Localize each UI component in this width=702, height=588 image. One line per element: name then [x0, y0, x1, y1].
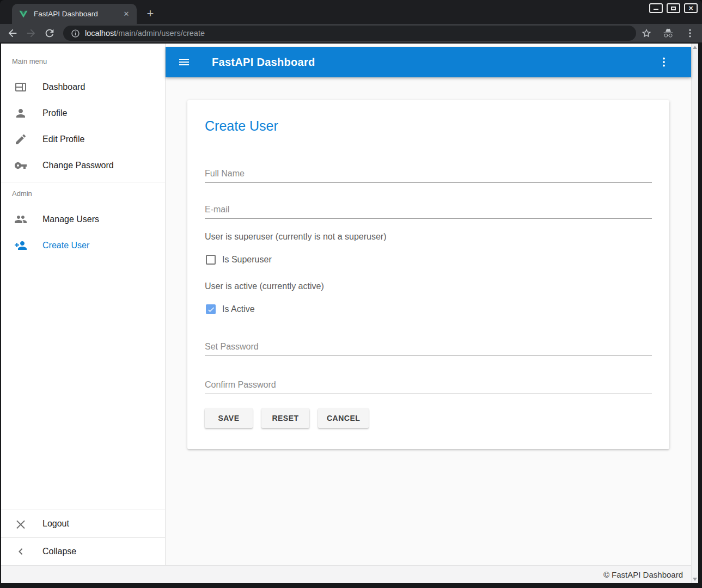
browser-menu-kebab-icon[interactable]: [685, 28, 695, 39]
sidebar: Main menu Dashboard Profile: [1, 44, 166, 565]
superuser-hint: User is superuser (currently is not a su…: [205, 232, 652, 242]
is-active-checkbox-row[interactable]: Is Active: [205, 304, 652, 314]
sidebar-header-admin: Admin: [1, 182, 165, 204]
is-active-checkbox[interactable]: [206, 304, 216, 314]
address-bar[interactable]: localhost/main/admin/users/create: [63, 26, 636, 41]
toolbar-right: [641, 28, 695, 39]
email-input[interactable]: [205, 205, 652, 219]
cancel-button[interactable]: CANCEL: [318, 408, 369, 428]
tab-close-icon[interactable]: ✕: [121, 9, 131, 19]
window-close-icon: ✕: [688, 5, 693, 11]
key-icon: [14, 159, 27, 172]
window-close-button[interactable]: ✕: [684, 3, 698, 13]
confirm-password-input[interactable]: [205, 380, 652, 394]
reload-button[interactable]: [44, 27, 56, 39]
sidebar-item-profile[interactable]: Profile: [1, 100, 165, 126]
sidebar-item-dashboard[interactable]: Dashboard: [1, 74, 165, 100]
sidebar-item-label: Profile: [42, 108, 67, 118]
full-name-input[interactable]: [205, 169, 652, 183]
tab-title: FastAPI Dashboard: [34, 10, 121, 18]
appbar-kebab-icon[interactable]: [657, 56, 670, 69]
person-add-icon: [14, 239, 27, 252]
button-row: SAVE RESET CANCEL: [205, 408, 652, 428]
url-path: /main/admin/users/create: [116, 29, 205, 38]
sidebar-spacer: [1, 262, 165, 510]
incognito-icon: [663, 28, 674, 39]
is-superuser-checkbox[interactable]: [206, 255, 216, 265]
checkmark-icon: [207, 305, 215, 314]
site-info-icon[interactable]: [71, 29, 80, 38]
reset-button[interactable]: RESET: [261, 408, 309, 428]
sidebar-item-create-user[interactable]: Create User: [1, 232, 165, 259]
browser-tab[interactable]: FastAPI Dashboard ✕: [12, 4, 137, 24]
sidebar-item-label: Dashboard: [42, 82, 85, 92]
set-password-input[interactable]: [205, 342, 652, 356]
dashboard-icon: [14, 81, 27, 94]
set-password-field-wrap: [205, 342, 652, 356]
scrollbar-down-arrow-icon[interactable]: [693, 578, 697, 581]
sidebar-item-label: Change Password: [42, 161, 114, 170]
back-button[interactable]: [7, 27, 19, 39]
bookmark-star-icon[interactable]: [641, 28, 652, 39]
people-icon: [14, 213, 27, 226]
page-scrollbar[interactable]: [691, 44, 698, 583]
footer-copyright: © FastAPI Dashboard: [603, 570, 683, 579]
checkbox-label: Is Active: [222, 304, 255, 314]
sidebar-item-logout[interactable]: Logout: [1, 510, 165, 537]
page-title: Create User: [205, 117, 652, 135]
content: Create User User is superuser (currently…: [166, 77, 691, 565]
maximize-icon: [671, 7, 676, 10]
vue-favicon-icon: [19, 9, 28, 19]
appbar-title: FastAPI Dashboard: [212, 56, 315, 69]
browser-toolbar: localhost/main/admin/users/create: [0, 24, 702, 43]
sidebar-admin-list: Manage Users Create User: [1, 204, 165, 262]
save-button[interactable]: SAVE: [205, 408, 253, 428]
tab-strip: FastAPI Dashboard ✕ + ✕: [0, 0, 702, 24]
person-icon: [14, 107, 27, 120]
scrollbar-up-arrow-icon[interactable]: [693, 46, 697, 49]
sidebar-item-manage-users[interactable]: Manage Users: [1, 206, 165, 232]
forward-button[interactable]: [25, 27, 37, 39]
page: Main menu Dashboard Profile: [1, 44, 698, 583]
pencil-icon: [14, 133, 27, 146]
page-footer: © FastAPI Dashboard: [1, 565, 691, 583]
window-controls: ✕: [649, 3, 698, 13]
app-bar: FastAPI Dashboard: [166, 47, 691, 77]
sidebar-item-change-password[interactable]: Change Password: [1, 152, 165, 179]
sidebar-item-label: Manage Users: [42, 215, 99, 224]
browser-window: FastAPI Dashboard ✕ + ✕ localhost/main/a…: [0, 0, 702, 588]
window-minimize-button[interactable]: [649, 3, 663, 13]
confirm-password-field-wrap: [205, 380, 652, 394]
main-area: FastAPI Dashboard Create User: [166, 44, 691, 565]
sidebar-item-edit-profile[interactable]: Edit Profile: [1, 126, 165, 152]
active-hint: User is active (currently active): [205, 281, 652, 291]
window-maximize-button[interactable]: [667, 3, 680, 13]
hamburger-menu-icon[interactable]: [178, 56, 191, 69]
full-name-field-wrap: [205, 169, 652, 183]
checkbox-label: Is Superuser: [222, 255, 272, 265]
create-user-card: Create User User is superuser (currently…: [187, 100, 669, 449]
sidebar-item-label: Create User: [42, 241, 89, 250]
email-field-wrap: [205, 205, 652, 219]
is-superuser-checkbox-row[interactable]: Is Superuser: [205, 255, 652, 265]
chevron-left-icon: [14, 545, 27, 558]
close-icon: [14, 517, 27, 530]
sidebar-item-label: Logout: [42, 519, 69, 529]
url-host: localhost: [85, 29, 116, 38]
new-tab-button[interactable]: +: [143, 6, 158, 21]
sidebar-main-list: Dashboard Profile Edit Pro: [1, 72, 165, 182]
minimize-icon: [654, 9, 658, 10]
url-text: localhost/main/admin/users/create: [85, 29, 205, 38]
sidebar-item-collapse[interactable]: Collapse: [1, 538, 165, 565]
sidebar-header-main-menu: Main menu: [1, 50, 165, 72]
sidebar-item-label: Collapse: [42, 547, 76, 556]
sidebar-item-label: Edit Profile: [42, 134, 84, 144]
